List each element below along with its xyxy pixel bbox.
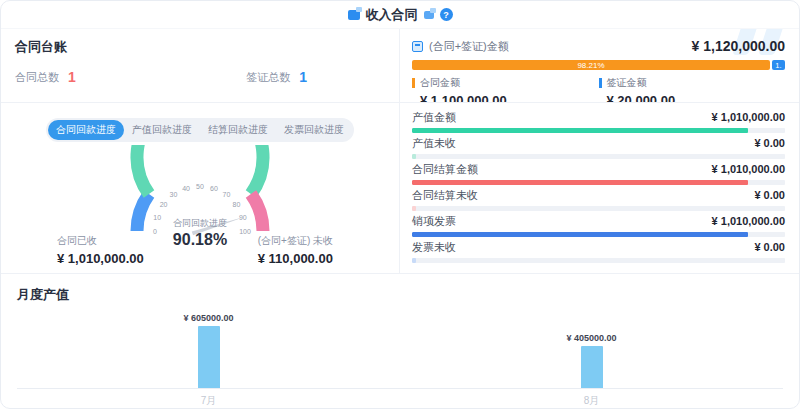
progress-tabs: 合同回款进度产值回款进度结算回款进度发票回款进度 bbox=[46, 118, 354, 142]
stat-label: 合同总数 bbox=[15, 70, 59, 85]
amount-row-track bbox=[412, 232, 785, 237]
svg-text:合同回款进度: 合同回款进度 bbox=[173, 218, 227, 228]
ledger-section: 合同台账 合同总数 1 签证总数 1 合同回款进度产值回款进度结算回款进度发票回… bbox=[1, 29, 399, 273]
legend-visa: 签证金额 ¥ 20,000.00 bbox=[599, 76, 786, 103]
summary-header: (合同+签证)金额 ¥ 1,120,000.00 98.21% 1. 合同金额 bbox=[400, 29, 799, 103]
legend-color bbox=[412, 78, 415, 88]
monthly-title: 月度产值 bbox=[17, 286, 783, 304]
svg-text:90: 90 bbox=[239, 214, 247, 221]
ledger-header: 合同台账 合同总数 1 签证总数 1 bbox=[1, 29, 399, 103]
svg-text:50: 50 bbox=[196, 183, 204, 190]
amount-row: 销项发票¥ 1,010,000.00 bbox=[412, 215, 785, 237]
svg-text:0: 0 bbox=[153, 228, 157, 235]
amount-row-track bbox=[412, 258, 785, 263]
legend-contract: 合同金额 ¥ 1,100,000.00 bbox=[412, 76, 599, 103]
progress-tab-2[interactable]: 产值回款进度 bbox=[124, 120, 200, 140]
ledger-stats: 合同总数 1 签证总数 1 bbox=[15, 56, 385, 85]
legend-value: ¥ 1,100,000.00 bbox=[420, 93, 599, 103]
received-stat: 合同已收 ¥ 1,010,000.00 bbox=[57, 234, 144, 266]
amount-row: 合同结算金额¥ 1,010,000.00 bbox=[412, 163, 785, 185]
monthly-chart-bars: ¥ 605000.00¥ 405000.00 bbox=[17, 310, 783, 388]
unreceived-stat: (合同+签证) 未收 ¥ 110,000.00 bbox=[258, 234, 333, 266]
page-title: 收入合同 bbox=[366, 6, 418, 24]
dashboard-page: 收入合同 ? 合同台账 合同总数 1 签证总数 1 合同回款 bbox=[0, 0, 800, 409]
summary-total: ¥ 1,120,000.00 bbox=[692, 38, 785, 54]
amount-row: 合同结算未收¥ 0.00 bbox=[412, 189, 785, 211]
monthly-bar-group: ¥ 405000.00 bbox=[400, 310, 783, 388]
monthly-section: 月度产值 ¥ 605000.00¥ 405000.00 7月8月 bbox=[1, 274, 799, 408]
ledger-title: 合同台账 bbox=[15, 38, 385, 56]
amount-row-value: ¥ 0.00 bbox=[754, 189, 785, 202]
legend-color bbox=[599, 78, 602, 88]
amount-row-fill bbox=[412, 128, 748, 133]
app-header: 收入合同 ? bbox=[1, 1, 799, 29]
summary-section: (合同+签证)金额 ¥ 1,120,000.00 98.21% 1. 合同金额 bbox=[400, 29, 799, 273]
received-value: ¥ 1,010,000.00 bbox=[57, 251, 144, 266]
contract-folder-icon-secondary bbox=[424, 11, 434, 19]
monthly-bar-group: ¥ 605000.00 bbox=[17, 310, 400, 388]
received-label: 合同已收 bbox=[57, 234, 144, 248]
amount-row-fill bbox=[412, 154, 416, 159]
contract-percent-label: 98.21% bbox=[577, 61, 604, 70]
svg-text:40: 40 bbox=[182, 185, 190, 192]
progress-tab-1[interactable]: 合同回款进度 bbox=[48, 120, 124, 140]
amount-icon bbox=[412, 41, 423, 52]
stat-value: 1 bbox=[299, 69, 307, 85]
unreceived-label: (合同+签证) 未收 bbox=[258, 234, 333, 248]
monthly-chart: ¥ 605000.00¥ 405000.00 7月8月 bbox=[17, 310, 783, 408]
progress-tab-4[interactable]: 发票回款进度 bbox=[276, 120, 352, 140]
legend-value: ¥ 20,000.00 bbox=[607, 93, 786, 103]
contract-bar-segment: 98.21% bbox=[412, 60, 770, 70]
amount-row-track bbox=[412, 180, 785, 185]
amount-row-fill bbox=[412, 180, 748, 185]
stat-contract-total: 合同总数 1 bbox=[15, 69, 76, 85]
unreceived-value: ¥ 110,000.00 bbox=[258, 251, 333, 266]
amount-row-label: 产值金额 bbox=[412, 111, 456, 124]
summary-legend: 合同金额 ¥ 1,100,000.00 签证金额 ¥ 20,000.00 bbox=[412, 76, 785, 103]
amount-row-track bbox=[412, 128, 785, 133]
gauge-chart: 0102030405060708090100合同回款进度 bbox=[115, 145, 285, 239]
legend-label: 合同金额 bbox=[420, 76, 460, 90]
amount-row: 产值未收¥ 0.00 bbox=[412, 137, 785, 159]
svg-text:60: 60 bbox=[210, 185, 218, 192]
amount-row-value: ¥ 1,010,000.00 bbox=[712, 111, 785, 124]
main-area: 合同台账 合同总数 1 签证总数 1 合同回款进度产值回款进度结算回款进度发票回… bbox=[1, 29, 799, 274]
amount-row-label: 销项发票 bbox=[412, 215, 456, 228]
svg-text:30: 30 bbox=[170, 191, 178, 198]
amount-row-fill bbox=[412, 206, 416, 211]
svg-text:80: 80 bbox=[233, 201, 241, 208]
bar-category-label: 7月 bbox=[17, 394, 400, 408]
bar-value-label: ¥ 405000.00 bbox=[566, 333, 616, 343]
summary-title-row: (合同+签证)金额 ¥ 1,120,000.00 bbox=[412, 38, 785, 54]
monthly-bar[interactable] bbox=[198, 326, 220, 388]
summary-title: (合同+签证)金额 bbox=[429, 39, 686, 54]
svg-text:10: 10 bbox=[153, 214, 161, 221]
amount-row-label: 产值未收 bbox=[412, 137, 456, 150]
progress-tab-3[interactable]: 结算回款进度 bbox=[200, 120, 276, 140]
amount-row-value: ¥ 1,010,000.00 bbox=[712, 215, 785, 228]
amount-row-fill bbox=[412, 232, 748, 237]
amount-row-track bbox=[412, 154, 785, 159]
monthly-bar[interactable] bbox=[581, 346, 603, 388]
amount-row-track bbox=[412, 206, 785, 211]
bar-value-label: ¥ 605000.00 bbox=[183, 313, 233, 323]
amount-row-value: ¥ 0.00 bbox=[754, 137, 785, 150]
stacked-progress-bar: 98.21% 1. bbox=[412, 60, 785, 70]
bar-category-label: 8月 bbox=[400, 394, 783, 408]
amount-row: 发票未收¥ 0.00 bbox=[412, 241, 785, 263]
help-icon[interactable]: ? bbox=[440, 8, 453, 21]
stat-visa-total: 签证总数 1 bbox=[246, 69, 307, 85]
amount-row-label: 合同结算未收 bbox=[412, 189, 478, 202]
visa-bar-segment: 1. bbox=[772, 60, 785, 70]
stat-label: 签证总数 bbox=[246, 70, 290, 85]
svg-text:100: 100 bbox=[239, 228, 251, 235]
amount-row: 产值金额¥ 1,010,000.00 bbox=[412, 111, 785, 133]
amount-row-fill bbox=[412, 258, 416, 263]
amount-row-label: 发票未收 bbox=[412, 241, 456, 254]
amount-row-label: 合同结算金额 bbox=[412, 163, 478, 176]
amount-rows: 产值金额¥ 1,010,000.00产值未收¥ 0.00合同结算金额¥ 1,01… bbox=[400, 103, 799, 263]
monthly-chart-labels: 7月8月 bbox=[17, 388, 783, 408]
legend-label: 签证金额 bbox=[607, 76, 647, 90]
svg-text:70: 70 bbox=[223, 191, 231, 198]
amount-row-value: ¥ 0.00 bbox=[754, 241, 785, 254]
